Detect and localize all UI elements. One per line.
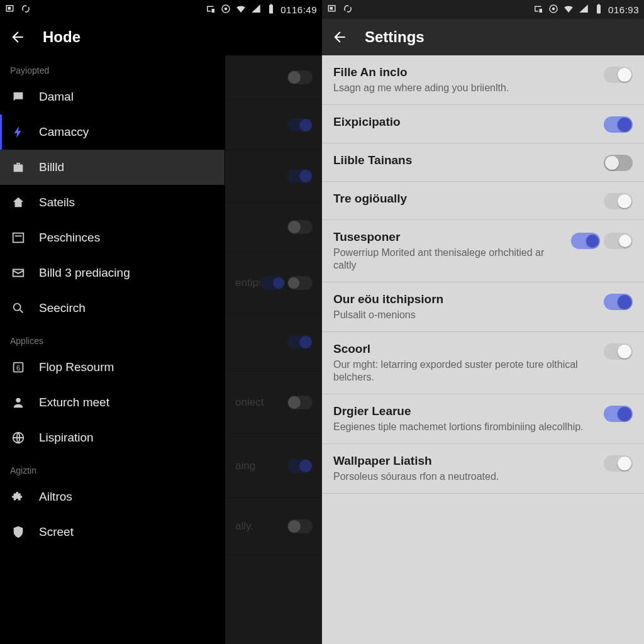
setting-subtitle: Pulsalit o-menions <box>333 309 596 321</box>
drawer-item-label: Exturch meet <box>39 396 109 409</box>
toggle[interactable] <box>604 155 633 171</box>
sync-icon <box>342 3 353 16</box>
nav-drawer: Payiopted Damal Camaccy Billld Sateils P… <box>0 55 225 644</box>
drawer-section-header: Agiztin <box>0 455 225 479</box>
drawer-item-seecirch[interactable]: Seecirch <box>0 291 225 326</box>
drawer-item-lispiration[interactable]: Lispiration <box>0 420 225 455</box>
drawer-item-billld[interactable]: Billld <box>0 150 225 185</box>
toggle[interactable] <box>604 294 633 310</box>
search-icon <box>11 301 25 315</box>
drawer-item-peschinces[interactable]: Peschinces <box>0 220 225 255</box>
settings-list[interactable]: Fille An incloLsagn ag me where ading yo… <box>322 55 644 644</box>
svg-rect-14 <box>330 7 333 10</box>
drawer-item-label: Flop Resourm <box>39 360 114 374</box>
svg-rect-18 <box>598 4 600 5</box>
bg-toggle <box>287 220 313 234</box>
back-button[interactable] <box>330 27 350 47</box>
svg-rect-17 <box>597 5 601 14</box>
setting-row[interactable]: TusesponerPowerriup Morited ant thenisal… <box>322 220 644 282</box>
drawer-item-sateils[interactable]: Sateils <box>0 185 225 220</box>
svg-rect-1 <box>8 7 11 10</box>
home-icon <box>11 196 25 209</box>
toggle[interactable] <box>604 193 633 209</box>
globe-icon <box>11 431 25 445</box>
setting-subtitle: Eegienes tiple machemet lortions firombi… <box>333 421 596 433</box>
bg-toggle <box>287 70 313 84</box>
svg-text:6: 6 <box>16 364 20 372</box>
setting-row[interactable]: Fille An incloLsagn ag me where ading yo… <box>322 55 644 105</box>
setting-subtitle: Lsagn ag me where ading you briienlth. <box>333 82 596 94</box>
drawer-section-header: Payiopted <box>0 55 225 79</box>
setting-row[interactable]: Drgier LearueEegienes tiple machemet lor… <box>322 394 644 444</box>
setting-title: Scoorl <box>333 342 596 356</box>
svg-point-16 <box>552 7 555 10</box>
svg-point-8 <box>14 304 21 311</box>
drawer-item-exturch[interactable]: Exturch meet <box>0 385 225 420</box>
drawer-item-flop[interactable]: 6Flop Resourm <box>0 350 225 385</box>
toggle[interactable] <box>604 116 633 133</box>
signal-icon <box>250 3 262 16</box>
chat-icon <box>11 90 25 104</box>
setting-row[interactable]: Our eöu itchipsiornPulsalit o-menions <box>322 282 644 332</box>
back-button[interactable] <box>8 27 28 47</box>
phone-left: 0116:49 Hode entips oniect aing ally. <box>0 0 322 644</box>
toggle[interactable] <box>604 455 633 472</box>
cast-icon <box>205 3 216 16</box>
bg-toggle <box>260 276 313 290</box>
toggle[interactable] <box>604 343 633 360</box>
wifi-icon <box>563 3 574 16</box>
setting-title: Tre ogiöually <box>333 192 596 206</box>
svg-point-11 <box>16 398 20 402</box>
setting-row[interactable]: Tre ogiöually <box>322 182 644 220</box>
person-icon <box>11 396 25 409</box>
status-bar: 016:93 <box>322 0 644 19</box>
screenshot-icon <box>5 3 16 16</box>
signal-icon <box>578 3 589 16</box>
app-bar-title: Hode <box>43 28 80 46</box>
drawer-item-camaccy[interactable]: Camaccy <box>0 114 225 150</box>
setting-subtitle: Porsoleus sóuraus rfon a neutroated. <box>333 470 596 483</box>
drawer-item-label: Peschinces <box>39 231 100 245</box>
svg-rect-5 <box>270 4 272 5</box>
setting-title: Our eöu itchipsiorn <box>333 292 596 306</box>
background-settings-dim: entips oniect aing ally. <box>225 55 322 644</box>
bg-toggle <box>287 519 313 533</box>
shield-icon <box>11 525 25 539</box>
svg-rect-7 <box>15 235 22 236</box>
drawer-item-label: Ailtros <box>39 490 72 504</box>
drawer-item-billd3[interactable]: Billd 3 prediacing <box>0 255 225 291</box>
drawer-item-label: Billld <box>39 160 64 174</box>
setting-subtitle: Our mght: letarring exporded suster pero… <box>333 358 596 384</box>
setting-title: Fille An inclo <box>333 65 596 79</box>
bg-toggle <box>287 118 313 132</box>
app-bar-title: Settings <box>365 28 425 46</box>
battery-icon <box>593 3 604 16</box>
drawer-item-screet[interactable]: Screet <box>0 514 225 550</box>
bg-toggle <box>287 169 313 183</box>
toggle[interactable] <box>604 67 633 83</box>
mail-icon <box>11 266 25 280</box>
cast-icon <box>533 3 544 16</box>
wifi-icon <box>235 3 247 16</box>
drawer-item-label: Billd 3 prediacing <box>39 266 130 280</box>
drawer-item-label: Damal <box>39 90 74 104</box>
drawer-item-damal[interactable]: Damal <box>0 79 225 114</box>
screenshot-icon <box>327 3 338 16</box>
setting-row[interactable]: Eixpicipatio <box>322 105 644 143</box>
setting-row[interactable]: Liible Tainans <box>322 143 644 182</box>
setting-row[interactable]: Wallpaper LiatishPorsoleus sóuraus rfon … <box>322 444 644 494</box>
toggle[interactable] <box>571 231 633 249</box>
phone-right: 016:93 Settings Fille An incloLsagn ag m… <box>322 0 644 644</box>
toggle[interactable] <box>604 406 633 422</box>
setting-title: Drgier Learue <box>333 404 596 418</box>
app-bar: Settings <box>322 19 644 55</box>
briefcase-icon <box>11 160 25 174</box>
drawer-item-label: Screet <box>39 525 74 539</box>
setting-title: Liible Tainans <box>333 153 596 167</box>
drawer-item-ailtros[interactable]: Ailtros <box>0 479 225 514</box>
drawer-section-header: Applices <box>0 326 225 350</box>
app-bar: Hode <box>0 19 322 55</box>
setting-row[interactable]: ScoorlOur mght: letarring exporded suste… <box>322 332 644 394</box>
svg-rect-4 <box>269 5 273 14</box>
drawer-item-label: Sateils <box>39 196 75 209</box>
